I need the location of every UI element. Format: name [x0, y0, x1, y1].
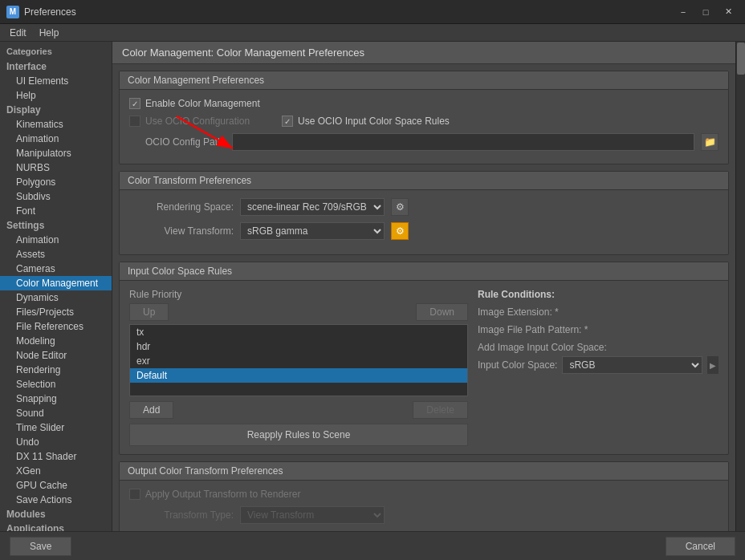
sidebar-item-font[interactable]: Font [0, 204, 112, 218]
sidebar-item-gpu-cache[interactable]: GPU Cache [0, 478, 112, 493]
scrollbar-thumb[interactable] [737, 43, 745, 75]
sidebar-item-snapping[interactable]: Snapping [0, 392, 112, 406]
close-button[interactable]: ✕ [718, 4, 739, 20]
rules-left: Rule Priority Up Down tx hdr exr Default [129, 289, 468, 446]
input-color-space-arrow: ▶ [707, 356, 719, 374]
save-button[interactable]: Save [10, 537, 71, 556]
sidebar-item-subdivs[interactable]: Subdivs [0, 189, 112, 204]
input-color-space-label: Input Color Space: [478, 359, 557, 371]
delete-button[interactable]: Delete [413, 401, 468, 419]
rule-priority-header: Rule Priority [129, 289, 468, 300]
section-content-input-rules: Rule Priority Up Down tx hdr exr Default [120, 281, 728, 454]
ocio-config-path-label: OCIO Config Path: [129, 136, 226, 148]
image-extension-label: Image Extension: * [478, 306, 719, 318]
down-button[interactable]: Down [416, 303, 468, 321]
use-ocio-config-row: Use OCIO Configuration [129, 116, 250, 127]
section-color-transform-prefs: Color Transform Preferences Rendering Sp… [119, 171, 729, 255]
title-bar: M Preferences − □ ✕ [0, 0, 745, 24]
view-transform-select[interactable]: sRGB gamma [240, 222, 385, 240]
cancel-button[interactable]: Cancel [666, 537, 735, 556]
apply-output-transform-checkbox[interactable] [129, 489, 140, 500]
sidebar-item-xgen[interactable]: XGen [0, 464, 112, 478]
window-controls: − □ ✕ [673, 4, 739, 20]
menu-bar: Edit Help [0, 24, 745, 42]
view-transform-label: View Transform: [129, 225, 234, 237]
transform-type-select[interactable]: View Transform [240, 506, 385, 524]
sidebar-item-selection[interactable]: Selection [0, 377, 112, 392]
sidebar-item-kinematics[interactable]: Kinematics [0, 117, 112, 132]
transform-type-row: Transform Type: View Transform [129, 506, 719, 524]
use-ocio-input-rules-checkbox[interactable]: ✓ [282, 116, 293, 127]
content-area: Color Management: Color Management Prefe… [112, 42, 735, 531]
sidebar-item-assets[interactable]: Assets [0, 247, 112, 262]
sidebar-item-help[interactable]: Help [0, 88, 112, 103]
app-icon: M [6, 6, 19, 18]
sidebar-item-modeling[interactable]: Modeling [0, 334, 112, 348]
section-title-color-mgmt-prefs: Color Management Preferences [120, 71, 728, 90]
list-item-hdr[interactable]: hdr [130, 339, 467, 354]
list-item-tx[interactable]: tx [130, 325, 467, 339]
sidebar-item-color-management[interactable]: Color Management [0, 276, 112, 290]
rendering-space-settings-icon[interactable]: ⚙ [391, 198, 409, 216]
reapply-rules-button[interactable]: Reapply Rules to Scene [129, 424, 468, 446]
sidebar-item-files-projects[interactable]: Files/Projects [0, 305, 112, 319]
sidebar-item-sound[interactable]: Sound [0, 406, 112, 420]
sidebar-item-applications[interactable]: Applications [0, 521, 112, 531]
sidebar-item-polygons[interactable]: Polygons [0, 175, 112, 189]
section-content-output-color-transform: Apply Output Transform to Renderer Trans… [120, 481, 728, 531]
sidebar-item-modules[interactable]: Modules [0, 507, 112, 521]
input-color-space-select[interactable]: sRGB [562, 356, 702, 374]
up-button[interactable]: Up [129, 303, 169, 321]
sidebar-item-dx11-shader[interactable]: DX 11 Shader [0, 449, 112, 464]
sidebar-item-node-editor[interactable]: Node Editor [0, 348, 112, 363]
menu-edit[interactable]: Edit [3, 26, 33, 40]
rendering-space-label: Rendering Space: [129, 201, 234, 213]
sidebar-item-settings[interactable]: Settings [0, 218, 112, 233]
apply-output-transform-label: Apply Output Transform to Renderer [145, 489, 300, 500]
sidebar-item-animation[interactable]: Animation [0, 132, 112, 146]
add-button[interactable]: Add [129, 401, 173, 419]
list-item-exr[interactable]: exr [130, 354, 467, 368]
section-content-color-mgmt-prefs: ✓ Enable Color Management Use OCIO Confi… [120, 90, 728, 164]
sidebar-item-cameras[interactable]: Cameras [0, 262, 112, 276]
menu-help[interactable]: Help [33, 26, 66, 40]
sidebar-item-interface[interactable]: Interface [0, 59, 112, 74]
sidebar-item-undo[interactable]: Undo [0, 435, 112, 449]
list-item-default[interactable]: Default [130, 368, 467, 383]
minimize-button[interactable]: − [673, 4, 694, 20]
ocio-config-path-input[interactable] [232, 133, 694, 151]
main-layout: Categories Interface UI Elements Help Di… [0, 42, 745, 531]
use-ocio-input-rules-row: ✓ Use OCIO Input Color Space Rules [282, 116, 450, 127]
sidebar-item-save-actions[interactable]: Save Actions [0, 493, 112, 507]
apply-output-transform-row: Apply Output Transform to Renderer [129, 489, 719, 500]
sidebar-item-ui-elements[interactable]: UI Elements [0, 74, 112, 88]
sidebar-item-manipulators[interactable]: Manipulators [0, 146, 112, 160]
folder-icon-btn[interactable]: 📁 [701, 133, 719, 151]
content-scroll[interactable]: Color Management Preferences ✓ Enable Co… [112, 64, 735, 531]
rendering-space-select[interactable]: scene-linear Rec 709/sRGB [240, 198, 385, 216]
maximize-button[interactable]: □ [695, 4, 716, 20]
add-image-input-color-space-row: Add Image Input Color Space: Input Color… [478, 342, 719, 374]
sidebar-item-file-references[interactable]: File References [0, 319, 112, 334]
sidebar-item-rendering[interactable]: Rendering [0, 363, 112, 377]
section-title-output-color-transform: Output Color Transform Preferences [120, 462, 728, 481]
sidebar-item-dynamics[interactable]: Dynamics [0, 290, 112, 305]
folder-icon: 📁 [704, 136, 716, 148]
sidebar: Categories Interface UI Elements Help Di… [0, 42, 112, 531]
use-ocio-config-label: Use OCIO Configuration [145, 116, 250, 127]
sidebar-item-animation2[interactable]: Animation [0, 233, 112, 247]
content-scrollbar[interactable] [735, 42, 745, 531]
rendering-space-row: Rendering Space: scene-linear Rec 709/sR… [129, 198, 719, 216]
input-color-space-row: Input Color Space: sRGB ▶ [478, 356, 719, 374]
rule-conditions-header-row: Rule Conditions: [478, 289, 719, 300]
enable-color-management-checkbox[interactable]: ✓ [129, 98, 140, 109]
sidebar-item-display[interactable]: Display [0, 103, 112, 117]
rule-list-box[interactable]: tx hdr exr Default [129, 324, 468, 396]
view-transform-settings-icon[interactable]: ⚙ [391, 222, 409, 240]
section-input-color-space-rules: Input Color Space Rules Rule Priority Up… [119, 262, 729, 455]
use-ocio-config-checkbox[interactable] [129, 116, 140, 127]
sidebar-item-nurbs[interactable]: NURBS [0, 160, 112, 175]
rules-layout: Rule Priority Up Down tx hdr exr Default [129, 289, 719, 446]
content-header: Color Management: Color Management Prefe… [112, 42, 735, 64]
sidebar-item-time-slider[interactable]: Time Slider [0, 420, 112, 435]
